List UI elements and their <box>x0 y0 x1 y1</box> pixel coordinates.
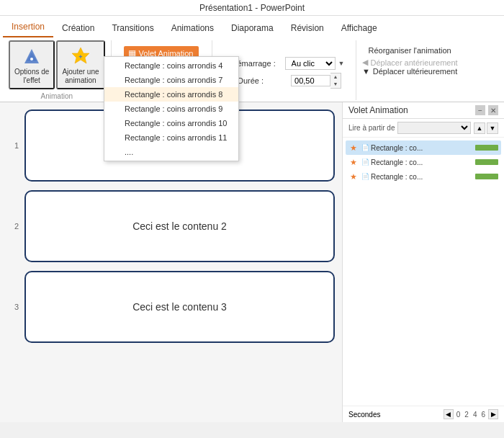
tab-insertion[interactable]: Insertion <box>3 19 53 37</box>
anim-list-item-1[interactable]: ★ 📄 Rectangle : co... <box>346 140 501 155</box>
sort-down-btn[interactable]: ▼ <box>487 122 498 134</box>
spinner-down[interactable]: ▼ <box>330 81 341 88</box>
duree-spinner: ▲ ▼ <box>291 73 341 89</box>
anim-item-label-1: Rectangle : co... <box>371 144 472 152</box>
dropdown-item-9[interactable]: Rectangle : coins arrondis 9 <box>104 102 238 116</box>
start-from-label: Lire à partir de <box>348 124 395 132</box>
main-area: 1 Ceci est le contenu 1 2 Ceci est le co… <box>0 102 504 422</box>
anim-item-bar-1 <box>475 145 498 151</box>
ajouter-animation-label: Ajouter uneanimation <box>62 68 99 85</box>
anim-file-icon-3: 📄 <box>361 173 369 180</box>
item-4-label: Rectangle : coins arrondis 4 <box>125 61 222 70</box>
duree-row: 🕐 Durée : ▲ ▼ <box>226 73 341 89</box>
time-2: 2 <box>464 411 469 419</box>
anim-list-item-2[interactable]: ★ 📄 Rectangle : co... <box>346 155 501 169</box>
deplacer-ante-row: ◀ Déplacer antérieurement <box>362 58 458 67</box>
duree-label: Durée : <box>238 76 288 85</box>
anim-item-bar-3 <box>475 174 498 179</box>
anim-item-content-1: 📄 Rectangle : co... <box>361 144 472 152</box>
anim-item-bar-2 <box>475 159 498 165</box>
tab-animations[interactable]: Animations <box>163 20 222 37</box>
anim-sort-btns: ▲ ▼ <box>474 122 498 134</box>
options-effet-button[interactable]: Options del'effet <box>9 40 55 89</box>
tab-creation[interactable]: Création <box>53 20 103 37</box>
slide-item-2: 2 Ceci est le contenu 2 <box>7 190 335 262</box>
anim-item-label-3: Rectangle : co... <box>371 173 472 181</box>
dropdown-item-7[interactable]: Rectangle : coins arrondis 7 <box>104 73 238 87</box>
tab-revision[interactable]: Révision <box>282 20 333 37</box>
ribbon-group-inner: Options del'effet + Ajouter uneanimation <box>9 40 105 91</box>
tab-transitions[interactable]: Transitions <box>103 20 162 37</box>
ribbon-content: Options del'effet + Ajouter uneanimation… <box>0 37 504 102</box>
sort-up-btn[interactable]: ▲ <box>474 122 485 134</box>
timeline-prev-btn[interactable]: ◀ <box>444 409 454 419</box>
start-from-select[interactable] <box>397 122 471 134</box>
ulte-arrow-icon: ▼ <box>362 67 370 76</box>
panel-minimize-btn[interactable]: − <box>475 105 485 115</box>
tab-affichage[interactable]: Affichage <box>333 20 386 37</box>
demarrage-dropdown-arrow: ▼ <box>338 60 345 67</box>
title-bar: Présentation1 - PowerPoint <box>0 0 504 16</box>
anim-list-item-3[interactable]: ★ 📄 Rectangle : co... <box>346 169 501 184</box>
dropdown-menu: Rectangle : coins arrondis 4 Rectangle :… <box>104 56 239 161</box>
anim-list: ★ 📄 Rectangle : co... ★ 📄 Rectangle : co… <box>343 138 504 406</box>
anim-panel-header: Volet Animation − ✕ <box>343 102 504 119</box>
time-4: 4 <box>473 411 477 419</box>
deplacer-ulte-row[interactable]: ▼ Déplacer ultérieurement <box>362 67 457 76</box>
item-more-label: .... <box>125 148 133 156</box>
options-effet-label: Options del'effet <box>14 68 49 85</box>
demarrage-select[interactable]: Au clic <box>285 57 336 70</box>
demarrage-row: ▶ Démarrage : Au clic ▼ <box>223 57 345 70</box>
dropdown-item-more: .... <box>104 145 238 159</box>
dropdown-item-11[interactable]: Rectangle : coins arrondis 11 <box>104 130 238 145</box>
ajouter-icon: + <box>69 45 92 68</box>
anim-right-panel: Volet Animation − ✕ Lire à partir de ▲ ▼… <box>342 102 504 422</box>
title-text: Présentation1 - PowerPoint <box>199 3 305 13</box>
item-8-label: Rectangle : coins arrondis 8 <box>125 90 222 99</box>
panel-close-btns: − ✕ <box>475 105 498 115</box>
anim-star-icon-1: ★ <box>348 143 359 153</box>
options-icon <box>20 45 43 68</box>
anim-file-icon-1: 📄 <box>361 144 369 151</box>
item-10-label: Rectangle : coins arrondis 10 <box>125 119 227 128</box>
reorganiser-label: Réorganiser l'animation <box>368 46 451 55</box>
dropdown-item-8[interactable]: Rectangle : coins arrondis 8 <box>104 87 238 102</box>
slide-number-2: 2 <box>7 222 19 231</box>
ribbon-group-animation: Options del'effet + Ajouter uneanimation… <box>3 40 112 100</box>
slide-number-1: 1 <box>7 141 19 150</box>
seconds-label: Secondes <box>348 411 380 419</box>
slide-box-2[interactable]: Ceci est le contenu 2 <box>24 190 335 262</box>
timeline-numbers: 0 2 4 6 <box>456 411 485 419</box>
slide-content-3: Ceci est le contenu 3 <box>132 301 227 313</box>
deplacer-ante-label: Déplacer antérieurement <box>371 58 458 67</box>
slide-box-3[interactable]: Ceci est le contenu 3 <box>24 271 335 343</box>
slide-item-3: 3 Ceci est le contenu 3 <box>7 271 335 343</box>
time-0: 0 <box>456 411 461 419</box>
anim-file-icon-2: 📄 <box>361 158 369 166</box>
duree-input[interactable] <box>291 75 330 86</box>
spinner-up[interactable]: ▲ <box>330 73 341 81</box>
anim-panel-title: Volet Animation <box>348 105 408 115</box>
tab-diaporama[interactable]: Diaporama <box>222 20 282 37</box>
anim-panel-toolbar: Lire à partir de ▲ ▼ <box>343 119 504 138</box>
dropdown-item-4[interactable]: Rectangle : coins arrondis 4 <box>104 58 238 73</box>
dropdown-item-10[interactable]: Rectangle : coins arrondis 10 <box>104 116 238 130</box>
svg-point-2 <box>30 58 33 61</box>
anim-item-content-2: 📄 Rectangle : co... <box>361 158 472 166</box>
anim-star-icon-2: ★ <box>348 157 359 167</box>
anim-item-content-3: 📄 Rectangle : co... <box>361 173 472 181</box>
ribbon-group-reorganiser: Réorganiser l'animation ◀ Déplacer antér… <box>356 40 464 100</box>
anim-star-icon-3: ★ <box>348 171 359 182</box>
slide-content-2: Ceci est le contenu 2 <box>132 220 227 232</box>
svg-text:+: + <box>78 53 82 61</box>
ajouter-animation-button[interactable]: + Ajouter uneanimation <box>56 40 104 89</box>
slide-number-3: 3 <box>7 303 19 311</box>
timeline-next-btn[interactable]: ▶ <box>488 409 498 419</box>
item-11-label: Rectangle : coins arrondis 11 <box>125 133 227 142</box>
timeline-nav: ◀ 0 2 4 6 ▶ <box>444 409 498 419</box>
ante-arrow-icon: ◀ <box>362 58 368 67</box>
panel-close-btn[interactable]: ✕ <box>488 105 498 115</box>
time-6: 6 <box>481 411 485 419</box>
item-7-label: Rectangle : coins arrondis 7 <box>125 76 222 84</box>
anim-item-label-2: Rectangle : co... <box>371 158 472 166</box>
